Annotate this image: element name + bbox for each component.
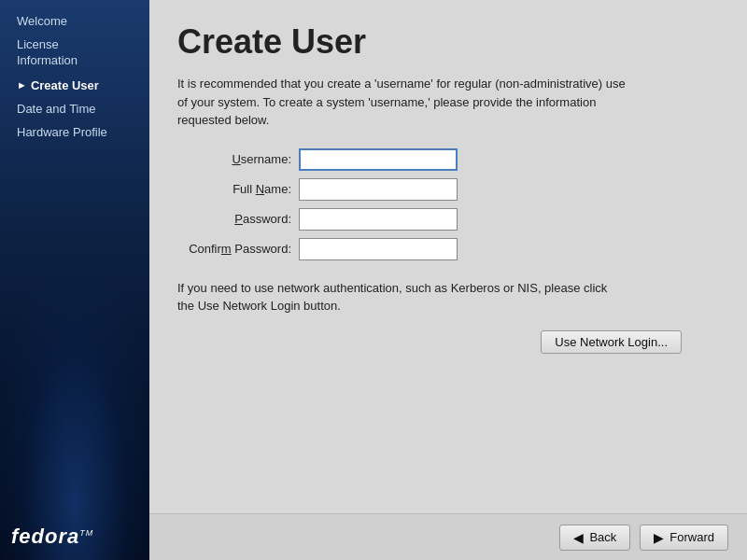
forward-label: Forward [669, 530, 714, 544]
forward-icon: ▶ [654, 530, 664, 545]
nav-menu: Welcome LicenseInformation ► Create User… [0, 9, 149, 144]
username-input[interactable] [299, 148, 458, 171]
sidebar-item-label: LicenseInformation [17, 37, 78, 69]
description-text: It is recommended that you create a 'use… [177, 75, 626, 130]
password-row: Password: [177, 208, 719, 231]
network-note-text: If you need to use network authenticatio… [177, 279, 626, 315]
confirm-password-row: Confirm Password: [177, 238, 719, 260]
sidebar-item-label: Create User [31, 78, 99, 92]
password-input[interactable] [299, 208, 458, 231]
use-network-login-button[interactable]: Use Network Login... [541, 330, 682, 354]
page-title: Create User [177, 22, 719, 62]
back-icon: ◀ [573, 530, 584, 545]
username-label: Username: [177, 152, 299, 166]
content-area: Create User It is recommended that you c… [149, 0, 747, 513]
sidebar-item-label: Welcome [17, 14, 67, 28]
sidebar-item-label: Date and Time [17, 102, 96, 116]
confirm-password-input[interactable] [299, 238, 458, 260]
sidebar-item-label: Hardware Profile [17, 125, 107, 139]
sidebar-item-license-information[interactable]: LicenseInformation [0, 33, 149, 74]
forward-button[interactable]: ▶ Forward [640, 525, 728, 551]
username-row: Username: [177, 148, 719, 171]
confirm-password-label: Confirm Password: [177, 242, 299, 256]
sidebar-item-date-and-time[interactable]: Date and Time [0, 97, 149, 120]
fullname-row: Full Name: [177, 178, 719, 201]
sidebar-item-hardware-profile[interactable]: Hardware Profile [0, 120, 149, 144]
main-panel: Create User It is recommended that you c… [149, 0, 747, 560]
network-btn-row: Use Network Login... [177, 330, 719, 354]
back-button[interactable]: ◀ Back [559, 525, 630, 551]
fedora-logo: fedoraTM [11, 525, 93, 549]
back-label: Back [589, 530, 616, 544]
sidebar: Welcome LicenseInformation ► Create User… [0, 0, 149, 560]
sidebar-background [0, 280, 149, 560]
sidebar-item-welcome[interactable]: Welcome [0, 9, 149, 33]
bottom-navigation-bar: ◀ Back ▶ Forward [149, 513, 747, 560]
sidebar-item-create-user[interactable]: ► Create User [0, 74, 149, 97]
create-user-form: Username: Full Name: Password: [177, 148, 719, 260]
current-arrow-icon: ► [17, 79, 27, 91]
fullname-input[interactable] [299, 178, 458, 201]
fullname-label: Full Name: [177, 182, 299, 196]
password-label: Password: [177, 212, 299, 226]
